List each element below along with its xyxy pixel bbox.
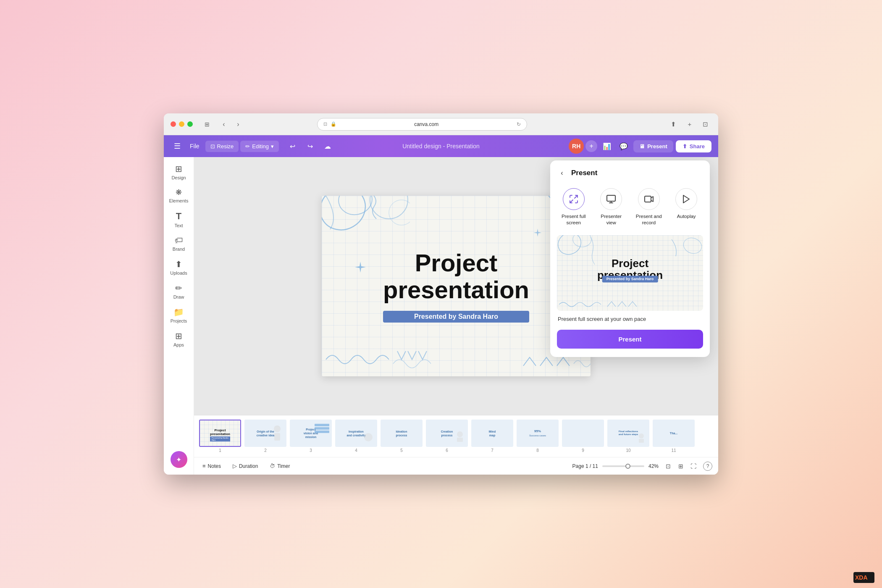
slide-text-block: Project presentation Presented by Sandra… <box>383 249 529 323</box>
undo-redo-group: ↩ ↪ <box>283 139 317 153</box>
menu-button[interactable]: ☰ <box>171 139 184 153</box>
thumb-slide-1: Projectpresentation Presented by Sandra … <box>199 420 241 447</box>
projects-label: Projects <box>171 318 187 323</box>
thumbnail-11[interactable]: Tha... 11 <box>653 420 695 453</box>
sidebar-item-brand[interactable]: 🏷 Brand <box>166 232 192 255</box>
apps-icon: ⊞ <box>175 331 182 341</box>
draw-icon: ✏ <box>175 283 182 293</box>
thumb-slide-2: Origin of thecreative idea <box>244 420 286 447</box>
duration-button[interactable]: ▷ Duration <box>230 461 260 471</box>
draw-label: Draw <box>173 294 184 299</box>
slide-subtitle: Presented by Sandra Haro <box>383 311 529 323</box>
file-menu-button[interactable]: File <box>186 140 204 152</box>
thumbnail-strip: Projectpresentation Presented by Sandra … <box>194 415 718 457</box>
save-cloud-button[interactable]: ☁ <box>321 139 334 153</box>
page-info: Page 1 / 11 42% ⊡ ⊞ ⛶ ? <box>572 461 712 472</box>
fullscreen-view-button[interactable]: ⛶ <box>688 461 699 472</box>
expand-icon <box>569 194 579 204</box>
thumbnail-3[interactable]: Projectvision andmission 3 <box>290 420 332 453</box>
help-button[interactable]: ? <box>703 462 712 471</box>
thumb-content-11: Tha... <box>670 431 677 435</box>
thumb-deco-6 <box>455 430 465 443</box>
thumbnail-9[interactable]: 9 <box>562 420 604 453</box>
resize-button[interactable]: ⊡ Resize <box>205 141 239 152</box>
add-team-button[interactable]: + <box>585 140 597 152</box>
close-traffic-light[interactable] <box>171 121 176 127</box>
user-avatar-button[interactable]: RH <box>569 139 584 154</box>
sidebar-item-draw[interactable]: ✏ Draw <box>166 280 192 303</box>
present-option-autoplay[interactable]: Autoplay <box>669 186 704 228</box>
thumb-slide-10: Final reflectionsand future steps <box>607 420 649 447</box>
traffic-lights <box>171 121 193 127</box>
panel-back-button[interactable]: ‹ <box>556 167 568 179</box>
browser-share-button[interactable]: ⬆ <box>668 118 680 130</box>
text-icon: T <box>176 211 181 222</box>
svg-point-7 <box>364 433 373 441</box>
thumb-content-6: Creationprocess <box>441 429 453 437</box>
present-option-fullscreen[interactable]: Present full screen <box>556 186 591 228</box>
notes-button[interactable]: ≡ Notes <box>200 461 223 471</box>
sidebar-item-apps[interactable]: ⊞ Apps <box>166 328 192 351</box>
thumbnail-8[interactable]: 95%Success cases 8 <box>517 420 559 453</box>
address-bar[interactable]: ⊡ 🔒 canva.com ↻ <box>317 118 527 131</box>
thumb-content-8: 95%Success cases <box>529 429 546 438</box>
single-view-button[interactable]: ⊡ <box>663 461 674 472</box>
page-counter: Page 1 / 11 <box>572 463 598 469</box>
sidebar-item-design[interactable]: ⊞ Design <box>166 160 192 184</box>
grid-view-button[interactable]: ⊞ <box>675 461 686 472</box>
thumbnail-6[interactable]: Creationprocess 6 <box>426 420 468 453</box>
thumb-num-1: 1 <box>219 448 221 453</box>
text-label: Text <box>174 223 183 228</box>
analytics-button[interactable]: 📊 <box>600 139 614 153</box>
view-icons: ⊡ ⊞ ⛶ <box>663 461 699 472</box>
back-button[interactable]: ‹ <box>218 118 230 130</box>
thumb-deco-10 <box>636 432 647 444</box>
svg-rect-6 <box>274 433 280 441</box>
thumbnail-10[interactable]: Final reflectionsand future steps 10 <box>607 420 649 453</box>
elements-label: Elements <box>169 198 189 203</box>
thumb-num-6: 6 <box>446 448 448 453</box>
canva-assistant-button[interactable]: ✦ <box>171 451 187 468</box>
thumbnail-2[interactable]: Origin of thecreative idea 2 <box>244 420 286 453</box>
thumbnail-5[interactable]: Ideationprocess 5 <box>381 420 423 453</box>
forward-button[interactable]: › <box>232 118 244 130</box>
comments-button[interactable]: 💬 <box>617 139 631 153</box>
thumb-num-2: 2 <box>264 448 267 453</box>
thumb-slide-3: Projectvision andmission <box>290 420 332 447</box>
sidebar-item-elements[interactable]: ❋ Elements <box>166 184 192 207</box>
presenter-option-label: Presenter view <box>596 213 627 226</box>
thumbnail-7[interactable]: Mindmap 7 <box>471 420 513 453</box>
present-button[interactable]: 🖥 Present <box>633 140 673 152</box>
svg-rect-11 <box>639 439 644 443</box>
editing-button[interactable]: ✏ Editing ▾ <box>240 141 279 152</box>
share-button[interactable]: ⬆ Share <box>676 140 711 152</box>
sidebar: ⊞ Design ❋ Elements T Text 🏷 Brand ⬆ Upl… <box>164 157 194 475</box>
panel-present-button[interactable]: Present <box>557 330 703 349</box>
timer-button[interactable]: ⏱ Timer <box>267 461 292 471</box>
zoom-slider[interactable] <box>602 465 644 467</box>
new-tab-button[interactable]: + <box>684 118 696 130</box>
svg-rect-13 <box>645 196 651 202</box>
thumb-num-9: 9 <box>582 448 584 453</box>
panel-preview: Project presentation Presented by Sandra… <box>557 235 703 311</box>
sidebar-item-uploads[interactable]: ⬆ Uploads <box>166 256 192 279</box>
refresh-icon[interactable]: ↻ <box>517 121 521 127</box>
sidebar-item-text[interactable]: T Text <box>166 207 192 231</box>
zoom-thumb[interactable] <box>625 464 630 469</box>
sidebar-toggle-button[interactable]: ⊡ <box>700 118 711 130</box>
lock-icon: 🔒 <box>331 121 336 127</box>
present-option-presenter[interactable]: Presenter view <box>594 186 629 228</box>
thumb-num-3: 3 <box>310 448 312 453</box>
undo-button[interactable]: ↩ <box>286 139 299 153</box>
present-option-record[interactable]: Present and record <box>631 186 667 228</box>
thumbnail-1[interactable]: Projectpresentation Presented by Sandra … <box>199 420 241 453</box>
camera-record-icon <box>644 194 654 204</box>
fullscreen-traffic-light[interactable] <box>187 121 193 127</box>
tabs-icon[interactable]: ⊞ <box>201 118 213 130</box>
sparkle-right <box>533 228 542 237</box>
redo-button[interactable]: ↪ <box>303 139 317 153</box>
design-icon: ⊞ <box>175 164 182 174</box>
sidebar-item-projects[interactable]: 📁 Projects <box>166 304 192 327</box>
thumbnail-4[interactable]: Inspirationand creativity 4 <box>335 420 377 453</box>
minimize-traffic-light[interactable] <box>179 121 184 127</box>
